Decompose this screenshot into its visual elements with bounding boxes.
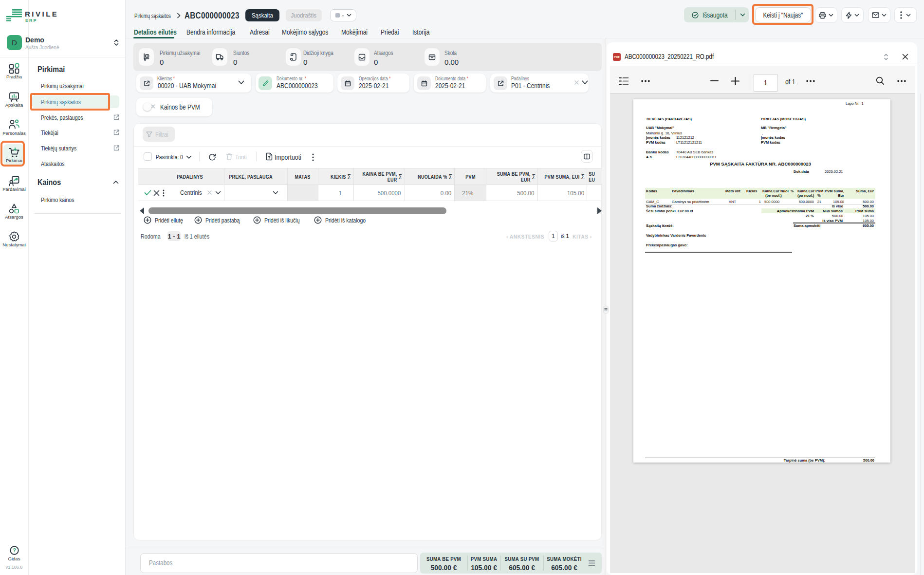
svg-text:?: ? xyxy=(13,547,16,553)
